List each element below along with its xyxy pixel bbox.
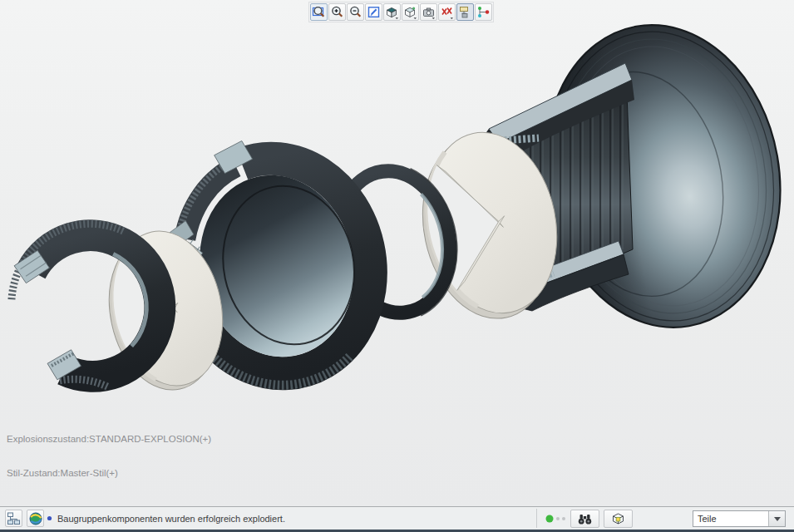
state-annotation: Explosionszustand:STANDARD-EXPLOSION(+) … (7, 411, 211, 501)
datum-display-button[interactable] (438, 3, 456, 21)
status-light-gray-icon (556, 517, 560, 520)
find-button[interactable] (570, 510, 599, 528)
chevron-down-icon (774, 517, 781, 521)
explode-view-icon (458, 5, 472, 19)
filter-value: Teile (693, 511, 768, 526)
display-style-icon (403, 5, 417, 19)
model-tree-icon (7, 511, 21, 525)
browser-toggle-button[interactable] (27, 510, 44, 527)
status-bar: Baugruppenkomponenten wurden erfolgreich… (0, 506, 794, 532)
binoculars-icon (577, 512, 593, 526)
statusbar-message-text: Baugruppenkomponenten wurden erfolgreich… (57, 514, 285, 524)
status-light-gray-icon (562, 517, 565, 520)
statusbar-separator (536, 509, 537, 528)
explode-state-label: Explosionszustand:STANDARD-EXPLOSION(+) (7, 434, 211, 446)
repaint-button[interactable] (365, 3, 382, 21)
explode-lines-icon (476, 5, 491, 19)
view-manager-button[interactable] (420, 3, 437, 21)
statusbar-message: Baugruppenkomponenten wurden erfolgreich… (47, 507, 285, 530)
explode-lines-button[interactable] (475, 3, 492, 21)
style-state-label: Stil-Zustand:Master-Stil(+) (7, 468, 211, 480)
camera-icon (422, 5, 436, 19)
repaint-icon (367, 5, 381, 19)
explode-view-button[interactable] (456, 3, 474, 21)
zoom-region-button[interactable] (310, 3, 328, 21)
datum-display-icon (440, 5, 454, 19)
cad-window: Explosionszustand:STANDARD-EXPLOSION(+) … (0, 0, 794, 532)
status-lights (545, 507, 565, 530)
saved-views-icon (385, 5, 399, 19)
status-light-green-icon (545, 515, 554, 523)
zoom-out-icon (348, 5, 362, 19)
browser-globe-icon (28, 511, 43, 526)
graphics-toolbar (308, 2, 494, 22)
selection-filter-button[interactable] (604, 510, 633, 528)
zoom-in-button[interactable] (328, 3, 346, 21)
selection-filter-cube-icon (610, 511, 626, 526)
statusbar-left-icons (5, 510, 44, 527)
zoom-out-button[interactable] (347, 3, 364, 21)
model-tree-toggle-button[interactable] (5, 510, 22, 527)
saved-views-button[interactable] (383, 3, 401, 21)
3d-viewport[interactable]: Explosionszustand:STANDARD-EXPLOSION(+) … (0, 0, 794, 506)
zoom-in-icon (330, 5, 344, 19)
filter-dropdown-button[interactable] (768, 511, 785, 526)
display-style-button[interactable] (402, 3, 419, 21)
selection-filter-combobox[interactable]: Teile (693, 510, 786, 527)
message-bullet-icon (47, 515, 52, 521)
zoom-region-icon (312, 5, 326, 19)
